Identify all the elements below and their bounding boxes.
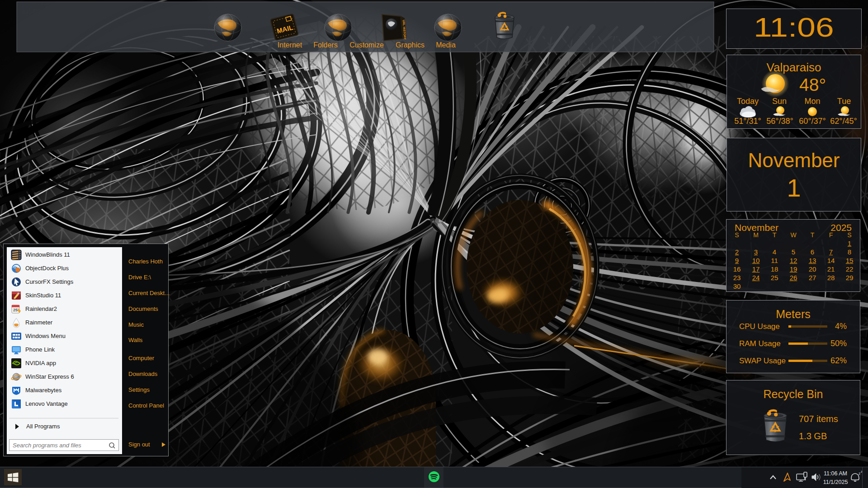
- svg-text:25: 25: [13, 308, 18, 312]
- svg-text:Customize: Customize: [349, 41, 384, 49]
- svg-text:Graphics: Graphics: [396, 41, 425, 49]
- svg-text:Folders: Folders: [313, 41, 337, 49]
- svg-text:Media: Media: [436, 41, 456, 49]
- svg-text:Internet: Internet: [278, 41, 302, 49]
